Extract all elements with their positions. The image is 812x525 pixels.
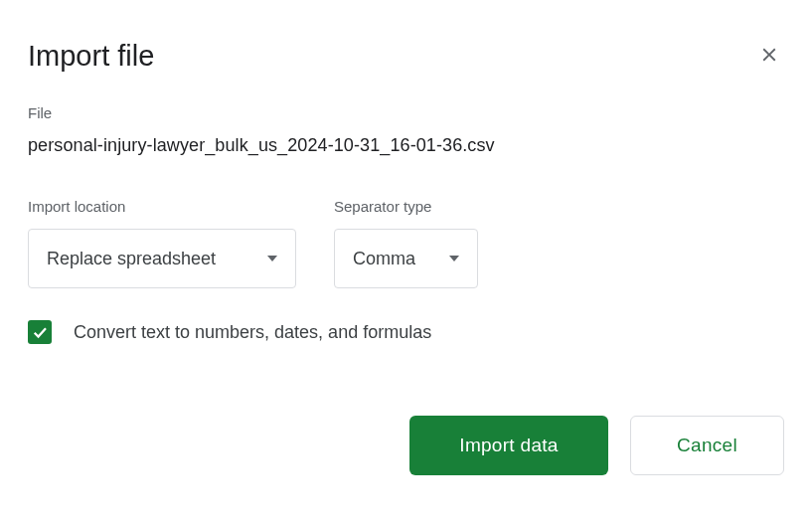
separator-dropdown[interactable]: Comma (334, 229, 478, 288)
convert-checkbox-row: Convert text to numbers, dates, and form… (28, 320, 784, 344)
close-button[interactable] (754, 40, 784, 70)
check-icon (31, 323, 49, 341)
separator-label: Separator type (334, 198, 478, 215)
options-row: Import location Replace spreadsheet Sepa… (28, 198, 784, 288)
close-icon (758, 44, 780, 66)
filename-text: personal-injury-lawyer_bulk_us_2024-10-3… (28, 135, 784, 156)
cancel-button[interactable]: Cancel (630, 416, 784, 475)
import-location-label: Import location (28, 198, 296, 215)
convert-checkbox[interactable] (28, 320, 52, 344)
convert-checkbox-label[interactable]: Convert text to numbers, dates, and form… (74, 322, 431, 343)
import-file-dialog: Import file File personal-injury-lawyer_… (0, 0, 812, 503)
chevron-down-icon (267, 256, 277, 262)
import-location-value: Replace spreadsheet (47, 249, 216, 269)
separator-group: Separator type Comma (334, 198, 478, 288)
chevron-down-icon (449, 256, 459, 262)
separator-value: Comma (353, 249, 415, 269)
file-label: File (28, 104, 784, 121)
import-location-dropdown[interactable]: Replace spreadsheet (28, 229, 296, 288)
import-location-group: Import location Replace spreadsheet (28, 198, 296, 288)
dialog-header: Import file (28, 40, 784, 73)
import-data-button[interactable]: Import data (409, 416, 608, 475)
dialog-actions: Import data Cancel (28, 416, 784, 475)
dialog-title: Import file (28, 40, 154, 73)
